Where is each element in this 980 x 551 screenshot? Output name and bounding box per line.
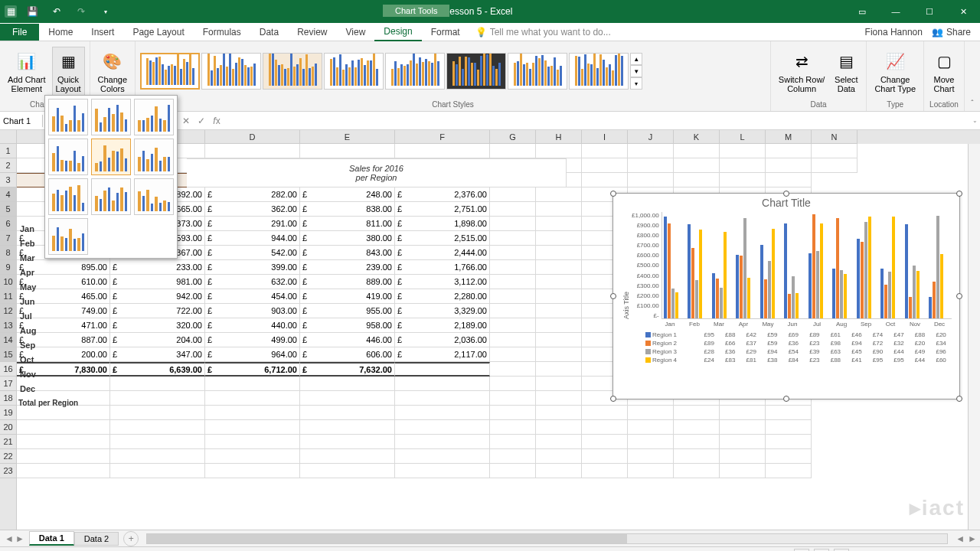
chart-plot-area[interactable] [662, 212, 952, 319]
cell[interactable] [766, 406, 812, 420]
layout-option-3[interactable] [134, 99, 174, 135]
hscroll-left[interactable]: ◄ [956, 533, 965, 544]
cell-e-Jun[interactable]: £239.00 [300, 260, 395, 275]
cell[interactable] [205, 391, 300, 406]
sheet-nav-prev[interactable]: ◄ [5, 533, 14, 544]
cell[interactable] [582, 406, 628, 420]
row-header-18[interactable]: 18 [0, 391, 16, 406]
cell[interactable] [674, 144, 720, 158]
layout-option-8[interactable] [91, 178, 131, 215]
move-chart-button[interactable]: ▢ Move Chart [929, 47, 959, 95]
tab-formulas[interactable]: Formulas [194, 24, 250, 41]
switch-row-column-button[interactable]: ⇄ Switch Row/ Column [776, 47, 828, 95]
chart-style-6[interactable] [446, 53, 506, 90]
row-header-8[interactable]: 8 [0, 246, 16, 260]
share-button[interactable]: 👥Share [932, 27, 971, 37]
cell[interactable] [17, 464, 110, 478]
expand-formula-bar[interactable]: ⌄ [969, 117, 980, 124]
cell[interactable] [582, 464, 628, 478]
cell[interactable] [536, 318, 582, 333]
chart-handle-ne[interactable] [956, 191, 962, 197]
col-header-G[interactable]: G [490, 130, 536, 144]
row-header-5[interactable]: 5 [0, 202, 16, 217]
total-d[interactable]: £6,712.00 [205, 362, 300, 377]
cell[interactable] [536, 464, 582, 478]
cell-e-Sep[interactable]: £955.00 [300, 304, 395, 318]
chart-handle-sw[interactable] [610, 396, 616, 402]
cell-f-Nov[interactable]: £2,036.00 [395, 333, 490, 347]
cell-d-Feb[interactable]: £362.00 [205, 202, 300, 217]
cell[interactable] [205, 420, 300, 435]
layout-option-9[interactable] [134, 178, 174, 215]
cell[interactable] [395, 377, 490, 391]
col-header-N[interactable]: N [812, 130, 858, 144]
cell-d-Nov[interactable]: £499.00 [205, 333, 300, 347]
save-icon[interactable]: 💾 [23, 2, 41, 21]
tab-design[interactable]: Design [374, 23, 421, 41]
cell[interactable] [490, 304, 536, 318]
layout-option-10[interactable] [48, 218, 88, 255]
cell[interactable] [300, 435, 395, 449]
minimize-button[interactable]: — [879, 0, 913, 23]
cell[interactable] [628, 406, 674, 420]
cell[interactable] [582, 420, 628, 435]
add-chart-element-button[interactable]: 📊 Add Chart Element [5, 47, 49, 95]
chart-style-5[interactable] [385, 53, 445, 90]
col-header-K[interactable]: K [674, 130, 720, 144]
cell[interactable] [674, 420, 720, 435]
cell[interactable] [490, 464, 536, 478]
chart-handle-w[interactable] [610, 293, 616, 299]
layout-option-7[interactable] [48, 178, 88, 215]
cell[interactable] [582, 435, 628, 449]
cell[interactable] [395, 144, 490, 158]
hscroll-right[interactable]: ► [968, 533, 977, 544]
cell[interactable] [536, 449, 582, 464]
cell[interactable] [766, 173, 812, 187]
row-header-1[interactable]: 1 [0, 144, 16, 158]
cell-d-Dec[interactable]: £964.00 [205, 347, 300, 362]
tab-review[interactable]: Review [288, 24, 336, 41]
cell-e-Nov[interactable]: £446.00 [300, 333, 395, 347]
change-chart-type-button[interactable]: 📈 Change Chart Type [871, 47, 919, 95]
cell[interactable] [205, 144, 300, 158]
row-header-13[interactable]: 13 [0, 318, 16, 333]
cell[interactable] [17, 420, 110, 435]
cell[interactable] [536, 347, 582, 362]
row-header-7[interactable]: 7 [0, 231, 16, 246]
close-button[interactable]: ✕ [946, 0, 980, 23]
cell-d-Aug[interactable]: £454.00 [205, 289, 300, 304]
cell-d-Oct[interactable]: £440.00 [205, 318, 300, 333]
cell-c-Nov[interactable]: £204.00 [110, 333, 205, 347]
cell-f-Feb[interactable]: £2,751.00 [395, 202, 490, 217]
cell[interactable] [110, 464, 205, 478]
cell[interactable] [720, 158, 766, 173]
cell[interactable] [628, 158, 674, 173]
cell-c-Jun[interactable]: £233.00 [110, 260, 205, 275]
vertical-scrollbar[interactable] [968, 144, 980, 530]
new-sheet-button[interactable]: + [123, 531, 139, 546]
cell[interactable] [582, 173, 628, 187]
cell-c-Aug[interactable]: £942.00 [110, 289, 205, 304]
cell[interactable] [110, 435, 205, 449]
y-axis-title[interactable]: Axis Title [621, 212, 632, 319]
normal-view-icon[interactable]: ▦ [794, 549, 809, 552]
tab-page-layout[interactable]: Page Layout [123, 24, 193, 41]
cell[interactable] [490, 377, 536, 391]
col-header-J[interactable]: J [628, 130, 674, 144]
cell[interactable] [17, 449, 110, 464]
cell[interactable] [395, 362, 490, 377]
cell-e-Apr[interactable]: £380.00 [300, 231, 395, 246]
cell[interactable] [628, 449, 674, 464]
cell[interactable] [300, 464, 395, 478]
cell[interactable] [536, 435, 582, 449]
cell[interactable] [17, 435, 110, 449]
cell[interactable] [628, 464, 674, 478]
layout-option-2[interactable] [91, 99, 131, 135]
total-e[interactable]: £7,632.00 [300, 362, 395, 377]
sheet-tab-data2[interactable]: Data 2 [74, 532, 119, 546]
row-header-20[interactable]: 20 [0, 420, 16, 435]
maximize-button[interactable]: ☐ [913, 0, 946, 23]
cell-f-Dec[interactable]: £2,117.00 [395, 347, 490, 362]
cell[interactable] [490, 333, 536, 347]
cell[interactable] [395, 420, 490, 435]
